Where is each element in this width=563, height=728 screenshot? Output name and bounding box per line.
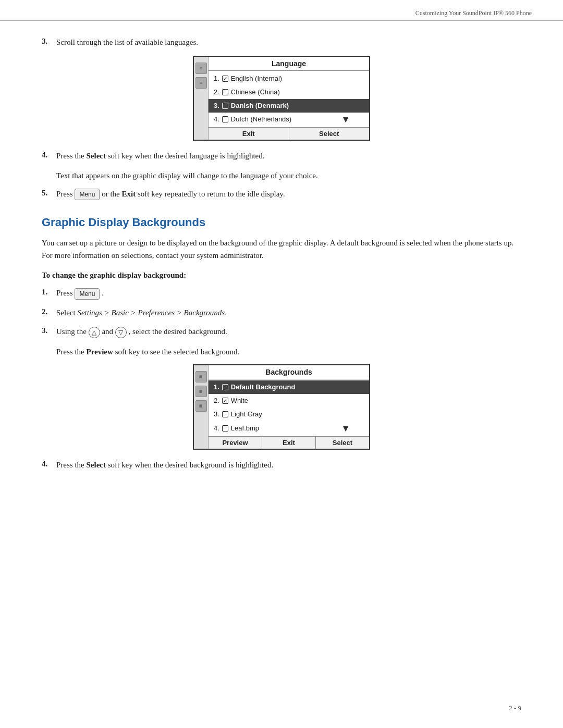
step4-bold: Select	[87, 152, 106, 160]
procedure-heading: To change the graphic display background…	[42, 271, 521, 280]
lang-num-4: 4.	[214, 115, 219, 124]
step-1-bg: 1. Press Menu .	[42, 287, 521, 300]
preview-bold: Preview	[87, 348, 113, 356]
lang-label-3: Danish (Denmark)	[231, 101, 289, 110]
step-num-3: 3.	[42, 36, 56, 46]
lang-num-2: 2.	[214, 88, 219, 97]
lang-check-1	[222, 76, 228, 82]
lang-label-4: Dutch (Netherlands)	[231, 115, 291, 124]
step-4-bg: 4. Press the Select soft key when the de…	[42, 459, 521, 471]
step-num-5: 5.	[42, 188, 56, 198]
bg-side-btn-3: ▦	[195, 400, 207, 412]
softkey-exit-lang: Exit	[209, 128, 289, 140]
lang-check-4	[222, 116, 228, 122]
bg-num-3: 3.	[214, 410, 219, 419]
bg-check-3	[222, 411, 228, 417]
step-4-sub: Text that appears on the graphic display…	[56, 169, 521, 182]
backgrounds-phone-screen: ▦ ▦ ▦ Backgrounds 1. Default Background …	[193, 364, 370, 450]
bg-num-4: 4.	[214, 424, 219, 433]
up-arrow-icon: △	[89, 327, 100, 338]
bg-scroll-down-icon: ▼	[341, 423, 350, 434]
softkey-select-bg: Select	[316, 437, 369, 449]
step-3-language: 3. Scroll through the list of available …	[42, 36, 521, 48]
lang-label-1: English (Internal)	[231, 74, 282, 83]
step-4-text: Press the Select soft key when the desir…	[56, 150, 521, 162]
step-2-bg-text: Select Settings > Basic > Preferences > …	[56, 307, 521, 319]
step2-italic: Settings > Basic > Preferences > Backgro…	[77, 309, 225, 317]
header-title: Customizing Your SoundPoint IP® 560 Phon…	[415, 9, 532, 17]
page-number: 2 - 9	[509, 704, 521, 712]
bg-item-1: 1. Default Background	[209, 380, 369, 394]
page-header: Customizing Your SoundPoint IP® 560 Phon…	[0, 0, 563, 21]
bg-num-1: 1.	[214, 382, 219, 392]
bg-item-3: 3. Light Gray	[209, 408, 369, 421]
bg-label-1: Default Background	[231, 382, 296, 392]
step-4-select: 4. Press the Select soft key when the de…	[42, 150, 521, 162]
bg-side-btn-2: ▦	[195, 386, 207, 397]
step-2-bg: 2. Select Settings > Basic > Preferences…	[42, 307, 521, 319]
lang-item-2: 2. Chinese (China)	[209, 85, 369, 99]
step-3-bg-text: Using the △ and ▽ , select the desired b…	[56, 326, 521, 338]
language-softkey-bar: Exit Select	[209, 127, 369, 140]
lang-check-3	[222, 103, 228, 109]
step-5-text: Press Menu or the Exit soft key repeated…	[56, 188, 521, 201]
down-arrow-icon: ▽	[115, 327, 127, 338]
step-3-text: Scroll through the list of available lan…	[56, 36, 521, 48]
phone-display-language: Language 1. English (Internal) 2. Chines…	[209, 57, 369, 140]
lang-item-3: 3. Danish (Denmark)	[209, 99, 369, 113]
softkey-select-lang: Select	[289, 128, 370, 140]
page-footer: 2 - 9	[509, 704, 521, 712]
lang-label-2: Chinese (China)	[231, 88, 280, 97]
step-1-bg-text: Press Menu .	[56, 287, 521, 300]
bg-item-2: 2. White	[209, 394, 369, 408]
lang-num-1: 1.	[214, 74, 219, 83]
step-3-bg-sub: Press the Preview soft key to see the se…	[56, 346, 521, 358]
section2-intro: You can set up a picture or design to be…	[42, 237, 521, 262]
menu-key-2: Menu	[75, 288, 100, 300]
bg-label-3: Light Gray	[231, 410, 262, 419]
softkey-exit-bg: Exit	[262, 437, 316, 449]
side-btn-2: ≡	[195, 77, 207, 89]
step-num-4a: 4.	[42, 150, 56, 159]
bg-num-2: 2.	[214, 396, 219, 405]
step-5-menu: 5. Press Menu or the Exit soft key repea…	[42, 188, 521, 201]
step5-bold: Exit	[122, 190, 136, 198]
section2-heading: Graphic Display Backgrounds	[42, 216, 521, 229]
scroll-down-icon: ▼	[341, 114, 350, 125]
lang-check-2	[222, 89, 228, 95]
backgrounds-screen-wrapper: ▦ ▦ ▦ Backgrounds 1. Default Background …	[193, 364, 370, 450]
step4-bg-bold: Select	[87, 461, 106, 469]
language-screen-wrapper: ≡ ≡ Language 1. English (Internal) 2.	[193, 56, 370, 141]
bg-label-2: White	[231, 396, 248, 405]
language-phone-screen: ≡ ≡ Language 1. English (Internal) 2.	[193, 56, 370, 141]
menu-key-1: Menu	[75, 189, 100, 200]
step-num-bg3: 3.	[42, 326, 56, 335]
language-title: Language	[209, 57, 369, 71]
bg-phone-side-buttons: ▦ ▦ ▦	[194, 365, 209, 449]
phone-display-backgrounds: Backgrounds 1. Default Background 2. Whi…	[209, 365, 369, 449]
bg-check-1	[222, 384, 228, 390]
backgrounds-title: Backgrounds	[209, 365, 369, 379]
step-num-bg4: 4.	[42, 459, 56, 468]
bg-side-btn-1: ▦	[195, 371, 207, 382]
backgrounds-softkey-bar: Preview Exit Select	[209, 436, 369, 449]
bg-label-4: Leaf.bmp	[231, 424, 259, 433]
lang-item-1: 1. English (Internal)	[209, 72, 369, 85]
step-num-bg2: 2.	[42, 307, 56, 316]
step-4-bg-text: Press the Select soft key when the desir…	[56, 459, 521, 471]
bg-check-4	[222, 425, 228, 431]
step-num-bg1: 1.	[42, 287, 56, 297]
page-content: 3. Scroll through the list of available …	[0, 21, 563, 509]
step-3-bg: 3. Using the △ and ▽ , select the desire…	[42, 326, 521, 338]
phone-side-buttons: ≡ ≡	[194, 57, 209, 140]
lang-num-3: 3.	[214, 101, 219, 110]
softkey-preview-bg: Preview	[209, 437, 262, 449]
side-btn-1: ≡	[195, 63, 207, 74]
bg-check-2	[222, 398, 228, 404]
